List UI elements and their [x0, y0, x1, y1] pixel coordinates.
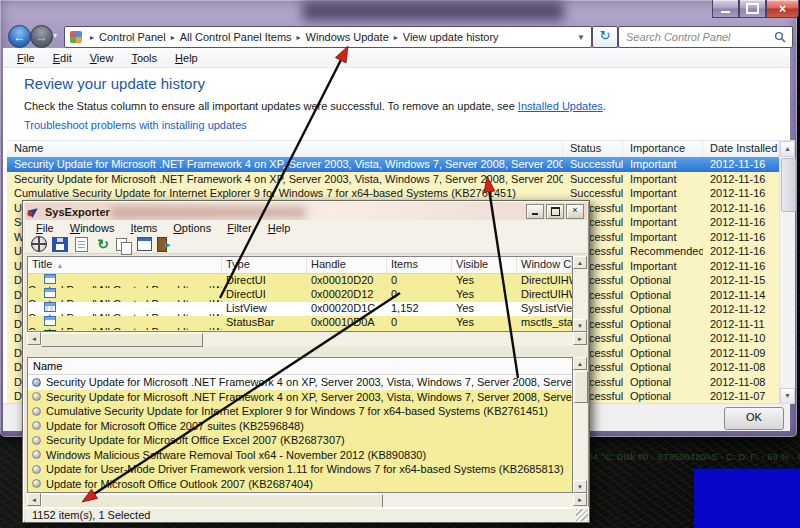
recent-pages-dropdown[interactable]: ▾ [53, 31, 57, 40]
list-vertical-scrollbar[interactable]: ▲ ▼ [779, 141, 795, 404]
windows-list-vertical-scrollbar[interactable]: ▲ ▼ [573, 256, 587, 332]
refresh-icon[interactable]: ↻ [95, 237, 111, 252]
menu-item[interactable]: View [81, 50, 123, 66]
breadcrumb-item[interactable]: ▸All Control Panel Items [166, 31, 292, 43]
column-header-importance[interactable]: Importance [623, 141, 703, 157]
item-bullet-icon [32, 450, 41, 459]
scroll-down-icon[interactable]: ▼ [573, 319, 587, 332]
item-row[interactable]: Security Update for Microsoft .NET Frame… [28, 390, 572, 405]
column-header-window-class[interactable]: Window Clas [517, 257, 572, 273]
description-text: Check the Status column to ensure all im… [24, 100, 606, 112]
minimize-icon [532, 213, 538, 215]
item-row[interactable]: Cumulative Security Update for Internet … [28, 404, 572, 419]
scroll-left-icon[interactable]: ◄ [27, 493, 41, 506]
menu-item[interactable]: Windows [62, 222, 123, 234]
menu-item[interactable]: Tools [122, 50, 166, 66]
item-row[interactable]: Security Update for Microsoft Office Exc… [28, 433, 572, 448]
menu-item[interactable]: File [28, 222, 62, 234]
blurred-title-region [111, 207, 306, 218]
column-header-status[interactable]: Status [563, 141, 623, 157]
scroll-up-icon[interactable]: ▲ [573, 256, 587, 269]
close-button[interactable]: × [766, 0, 799, 18]
window-row[interactable]: Control Panel\All Control Panel Items\Wi… [28, 288, 572, 302]
installed-updates-link[interactable]: Installed Updates [518, 100, 603, 112]
forward-button[interactable]: → [30, 25, 53, 48]
address-dropdown-icon[interactable]: ▼ [577, 33, 585, 42]
scroll-right-icon[interactable]: ► [573, 332, 587, 345]
refresh-button[interactable]: ↻ [592, 26, 618, 48]
menu-bar: FileEditViewToolsHelp [3, 48, 790, 68]
scroll-up-icon[interactable]: ▲ [573, 357, 587, 370]
window-row[interactable]: Control Panel\All Control Panel Items\Wi… [28, 302, 572, 316]
column-header-handle[interactable]: Handle [307, 257, 387, 273]
item-row[interactable]: Windows Malicious Software Removal Tool … [28, 448, 572, 463]
menu-item[interactable]: Help [260, 222, 299, 234]
minimize-button[interactable] [526, 204, 544, 219]
menu-item[interactable]: Items [122, 222, 165, 234]
search-box[interactable]: Search Control Panel [618, 26, 793, 48]
sysexporter-window: SysExporter × FileWindowsItemsOptionsFil… [22, 200, 590, 523]
item-row[interactable]: Update for Microsoft Office 2007 suites … [28, 419, 572, 434]
items-vertical-scrollbar[interactable]: ▲ ▼ [573, 357, 587, 493]
troubleshoot-link[interactable]: Troubleshoot problems with installing up… [24, 119, 247, 131]
windows-list-pane: Title▲ Type Handle Items Visible Window … [27, 256, 573, 332]
scroll-down-icon[interactable]: ▼ [780, 388, 795, 404]
column-header-type[interactable]: Type [222, 257, 307, 273]
breadcrumb-item[interactable]: ▸View update history [389, 31, 499, 43]
sysexporter-titlebar[interactable]: SysExporter × [25, 203, 587, 220]
scroll-right-icon[interactable]: ► [573, 493, 587, 506]
scrollbar-thumb[interactable] [781, 158, 796, 212]
column-header-title[interactable]: Title▲ [28, 257, 222, 273]
sysexporter-toolbar: ↻ [25, 235, 587, 254]
update-row[interactable]: Cumulative Security Update for Internet … [7, 186, 779, 201]
item-row[interactable]: Update for User-Mode Driver Framework ve… [28, 462, 572, 477]
items-horizontal-scrollbar[interactable]: ◄ ► [27, 493, 587, 507]
properties-icon[interactable] [137, 237, 152, 251]
scrollbar-thumb[interactable] [41, 333, 203, 347]
window-row[interactable]: Control Panel\All Control Panel Items\Wi… [28, 274, 572, 288]
breadcrumb-item[interactable]: ▸Windows Update [292, 31, 389, 43]
scroll-up-icon[interactable]: ▲ [780, 141, 795, 157]
close-button[interactable]: × [566, 204, 584, 219]
address-bar[interactable]: ▸Control Panel ▸All Control Panel Items … [64, 26, 592, 48]
refresh-icon: ↻ [600, 28, 611, 43]
report-icon[interactable] [75, 237, 88, 252]
column-header-items[interactable]: Items [387, 257, 452, 273]
exit-icon[interactable] [157, 237, 167, 252]
item-bullet-icon [32, 436, 41, 445]
windows-list-horizontal-scrollbar[interactable]: ◄ ► [27, 332, 587, 346]
column-header-date-installed[interactable]: Date Installed [703, 141, 779, 157]
classic-window-controls: × [526, 204, 584, 219]
update-row[interactable]: Security Update for Microsoft .NET Frame… [7, 172, 779, 187]
hardware-monitor-overlay-text: 34 °C: Disk #0 - ST9500420AS - C: D: F: … [588, 452, 800, 462]
maximize-button[interactable] [739, 0, 766, 18]
window-row[interactable]: Control Panel\All Control Panel Items\Wi… [28, 316, 572, 330]
update-row[interactable]: Security Update for Microsoft .NET Frame… [7, 157, 779, 172]
breadcrumb-item[interactable]: ▸Control Panel [85, 31, 166, 43]
save-icon[interactable] [52, 237, 68, 252]
menu-item[interactable]: File [8, 50, 44, 66]
item-row[interactable]: Update for Microsoft Office Outlook 2007… [28, 477, 572, 492]
menu-item[interactable]: Filter [219, 222, 259, 234]
resize-grip[interactable] [576, 509, 588, 521]
ok-button[interactable]: OK [724, 407, 784, 430]
minimize-button[interactable] [712, 0, 739, 18]
target-scan-icon[interactable] [31, 236, 47, 252]
menu-item[interactable]: Help [166, 50, 207, 66]
back-button[interactable]: ← [8, 25, 31, 48]
menu-item[interactable]: Options [165, 222, 219, 234]
copy-icon[interactable] [116, 238, 127, 251]
scrollbar-thumb[interactable] [41, 494, 383, 508]
maximize-button[interactable] [546, 204, 564, 219]
item-row[interactable]: Security Update for Microsoft .NET Frame… [28, 375, 572, 390]
back-arrow-icon: ← [14, 30, 26, 44]
menu-item[interactable]: Edit [44, 50, 81, 66]
column-header-visible[interactable]: Visible [452, 257, 517, 273]
scroll-left-icon[interactable]: ◄ [27, 332, 41, 345]
scrollbar-thumb[interactable] [574, 371, 588, 403]
items-header-name[interactable]: Name [28, 358, 572, 375]
desktop: 34 °C: Disk #0 - ST9500420AS - C: D: F: … [0, 0, 800, 528]
scroll-down-icon[interactable]: ▼ [573, 480, 587, 493]
item-bullet-icon [32, 392, 41, 401]
column-header-name[interactable]: Name [7, 141, 563, 157]
